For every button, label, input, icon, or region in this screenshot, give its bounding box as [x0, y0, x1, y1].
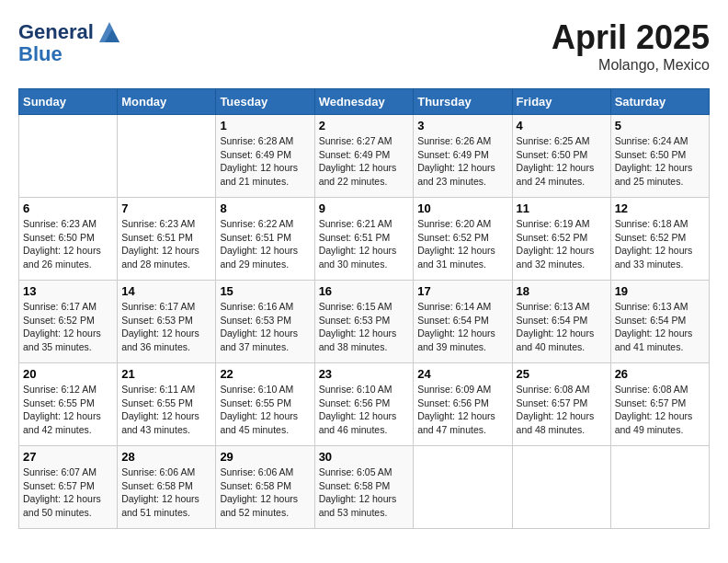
day-number: 4 — [517, 119, 607, 132]
calendar-cell: 6Sunrise: 6:23 AM Sunset: 6:50 PM Daylig… — [19, 198, 118, 281]
logo-text: General — [18, 22, 94, 42]
day-info: Sunrise: 6:27 AM Sunset: 6:49 PM Dayligh… — [319, 134, 410, 189]
calendar-cell: 9Sunrise: 6:21 AM Sunset: 6:51 PM Daylig… — [314, 198, 414, 281]
weekday-header-monday: Monday — [118, 89, 216, 115]
day-info: Sunrise: 6:18 AM Sunset: 6:52 PM Dayligh… — [615, 217, 705, 271]
calendar-week-1: 6Sunrise: 6:23 AM Sunset: 6:50 PM Daylig… — [19, 198, 710, 281]
weekday-header-tuesday: Tuesday — [216, 89, 314, 115]
day-info: Sunrise: 6:13 AM Sunset: 6:54 PM Dayligh… — [615, 300, 705, 354]
day-number: 16 — [319, 284, 410, 298]
day-number: 5 — [615, 119, 705, 132]
logo-icon — [96, 18, 123, 46]
day-info: Sunrise: 6:20 AM Sunset: 6:52 PM Dayligh… — [417, 217, 507, 271]
calendar-cell: 19Sunrise: 6:13 AM Sunset: 6:54 PM Dayli… — [610, 281, 709, 363]
day-info: Sunrise: 6:25 AM Sunset: 6:50 PM Dayligh… — [517, 134, 607, 189]
day-number: 30 — [319, 450, 410, 464]
day-number: 19 — [615, 284, 705, 298]
day-number: 15 — [220, 284, 310, 298]
day-number: 13 — [23, 284, 113, 298]
day-info: Sunrise: 6:08 AM Sunset: 6:57 PM Dayligh… — [615, 383, 705, 437]
calendar-cell — [610, 446, 709, 529]
weekday-header-wednesday: Wednesday — [314, 89, 414, 115]
day-info: Sunrise: 6:23 AM Sunset: 6:50 PM Dayligh… — [23, 217, 113, 271]
weekday-header-friday: Friday — [512, 89, 610, 115]
calendar-cell: 18Sunrise: 6:13 AM Sunset: 6:54 PM Dayli… — [512, 281, 610, 363]
day-number: 17 — [417, 284, 507, 298]
calendar-week-0: 1Sunrise: 6:28 AM Sunset: 6:49 PM Daylig… — [19, 115, 710, 198]
calendar-cell: 11Sunrise: 6:19 AM Sunset: 6:52 PM Dayli… — [512, 198, 610, 281]
calendar-cell: 24Sunrise: 6:09 AM Sunset: 6:56 PM Dayli… — [414, 363, 512, 446]
calendar-week-2: 13Sunrise: 6:17 AM Sunset: 6:52 PM Dayli… — [19, 281, 710, 363]
day-number: 6 — [23, 201, 113, 215]
day-info: Sunrise: 6:10 AM Sunset: 6:56 PM Dayligh… — [319, 383, 410, 437]
calendar-cell: 3Sunrise: 6:26 AM Sunset: 6:49 PM Daylig… — [414, 115, 512, 198]
day-info: Sunrise: 6:13 AM Sunset: 6:54 PM Dayligh… — [517, 300, 607, 354]
day-number: 14 — [121, 284, 211, 298]
calendar-cell: 21Sunrise: 6:11 AM Sunset: 6:55 PM Dayli… — [118, 363, 216, 446]
calendar-cell: 2Sunrise: 6:27 AM Sunset: 6:49 PM Daylig… — [314, 115, 414, 198]
day-info: Sunrise: 6:16 AM Sunset: 6:53 PM Dayligh… — [220, 300, 310, 354]
day-info: Sunrise: 6:17 AM Sunset: 6:52 PM Dayligh… — [23, 300, 113, 354]
calendar-table: SundayMondayTuesdayWednesdayThursdayFrid… — [18, 88, 710, 529]
day-info: Sunrise: 6:06 AM Sunset: 6:58 PM Dayligh… — [220, 465, 310, 520]
calendar-cell: 7Sunrise: 6:23 AM Sunset: 6:51 PM Daylig… — [118, 198, 216, 281]
calendar-week-4: 27Sunrise: 6:07 AM Sunset: 6:57 PM Dayli… — [19, 446, 710, 529]
calendar-week-3: 20Sunrise: 6:12 AM Sunset: 6:55 PM Dayli… — [19, 363, 710, 446]
day-info: Sunrise: 6:23 AM Sunset: 6:51 PM Dayligh… — [121, 217, 211, 271]
day-number: 11 — [517, 201, 607, 215]
day-number: 1 — [220, 119, 310, 132]
calendar-cell: 25Sunrise: 6:08 AM Sunset: 6:57 PM Dayli… — [512, 363, 610, 446]
day-info: Sunrise: 6:07 AM Sunset: 6:57 PM Dayligh… — [23, 465, 113, 520]
day-info: Sunrise: 6:06 AM Sunset: 6:58 PM Dayligh… — [121, 465, 211, 520]
day-info: Sunrise: 6:15 AM Sunset: 6:53 PM Dayligh… — [319, 300, 410, 354]
calendar-cell — [118, 115, 216, 198]
calendar-cell: 26Sunrise: 6:08 AM Sunset: 6:57 PM Dayli… — [610, 363, 709, 446]
calendar-cell: 29Sunrise: 6:06 AM Sunset: 6:58 PM Dayli… — [216, 446, 314, 529]
calendar-cell: 15Sunrise: 6:16 AM Sunset: 6:53 PM Dayli… — [216, 281, 314, 363]
day-number: 29 — [220, 450, 310, 464]
day-info: Sunrise: 6:05 AM Sunset: 6:58 PM Dayligh… — [319, 465, 410, 520]
day-number: 28 — [121, 450, 211, 464]
day-number: 27 — [23, 450, 113, 464]
day-number: 3 — [417, 119, 507, 132]
location: Molango, Mexico — [552, 57, 710, 74]
calendar-cell: 13Sunrise: 6:17 AM Sunset: 6:52 PM Dayli… — [19, 281, 118, 363]
day-number: 8 — [220, 201, 310, 215]
day-info: Sunrise: 6:12 AM Sunset: 6:55 PM Dayligh… — [23, 383, 113, 437]
day-info: Sunrise: 6:28 AM Sunset: 6:49 PM Dayligh… — [220, 134, 310, 189]
calendar-cell: 30Sunrise: 6:05 AM Sunset: 6:58 PM Dayli… — [314, 446, 414, 529]
day-number: 21 — [121, 367, 211, 381]
calendar-cell: 20Sunrise: 6:12 AM Sunset: 6:55 PM Dayli… — [19, 363, 118, 446]
day-number: 23 — [319, 367, 410, 381]
calendar-cell: 22Sunrise: 6:10 AM Sunset: 6:55 PM Dayli… — [216, 363, 314, 446]
day-info: Sunrise: 6:10 AM Sunset: 6:55 PM Dayligh… — [220, 383, 310, 437]
weekday-header-sunday: Sunday — [19, 89, 118, 115]
day-number: 2 — [319, 119, 410, 132]
calendar-cell: 5Sunrise: 6:24 AM Sunset: 6:50 PM Daylig… — [610, 115, 709, 198]
calendar-cell — [19, 115, 118, 198]
calendar-cell — [414, 446, 512, 529]
day-info: Sunrise: 6:26 AM Sunset: 6:49 PM Dayligh… — [417, 134, 507, 189]
day-info: Sunrise: 6:17 AM Sunset: 6:53 PM Dayligh… — [121, 300, 211, 354]
day-number: 25 — [517, 367, 607, 381]
calendar-cell: 28Sunrise: 6:06 AM Sunset: 6:58 PM Dayli… — [118, 446, 216, 529]
weekday-header-thursday: Thursday — [414, 89, 512, 115]
calendar-cell: 14Sunrise: 6:17 AM Sunset: 6:53 PM Dayli… — [118, 281, 216, 363]
calendar-cell: 1Sunrise: 6:28 AM Sunset: 6:49 PM Daylig… — [216, 115, 314, 198]
day-number: 18 — [517, 284, 607, 298]
calendar-cell: 4Sunrise: 6:25 AM Sunset: 6:50 PM Daylig… — [512, 115, 610, 198]
header-row: SundayMondayTuesdayWednesdayThursdayFrid… — [19, 89, 710, 115]
calendar-cell — [512, 446, 610, 529]
day-info: Sunrise: 6:14 AM Sunset: 6:54 PM Dayligh… — [417, 300, 507, 354]
calendar-cell: 10Sunrise: 6:20 AM Sunset: 6:52 PM Dayli… — [414, 198, 512, 281]
calendar-cell: 23Sunrise: 6:10 AM Sunset: 6:56 PM Dayli… — [314, 363, 414, 446]
day-info: Sunrise: 6:24 AM Sunset: 6:50 PM Dayligh… — [615, 134, 705, 189]
month-title: April 2025 — [552, 18, 710, 57]
day-info: Sunrise: 6:08 AM Sunset: 6:57 PM Dayligh… — [517, 383, 607, 437]
day-info: Sunrise: 6:21 AM Sunset: 6:51 PM Dayligh… — [319, 217, 410, 271]
day-number: 26 — [615, 367, 705, 381]
title-block: April 2025 Molango, Mexico — [552, 18, 710, 74]
day-number: 22 — [220, 367, 310, 381]
day-number: 12 — [615, 201, 705, 215]
day-info: Sunrise: 6:19 AM Sunset: 6:52 PM Dayligh… — [517, 217, 607, 271]
